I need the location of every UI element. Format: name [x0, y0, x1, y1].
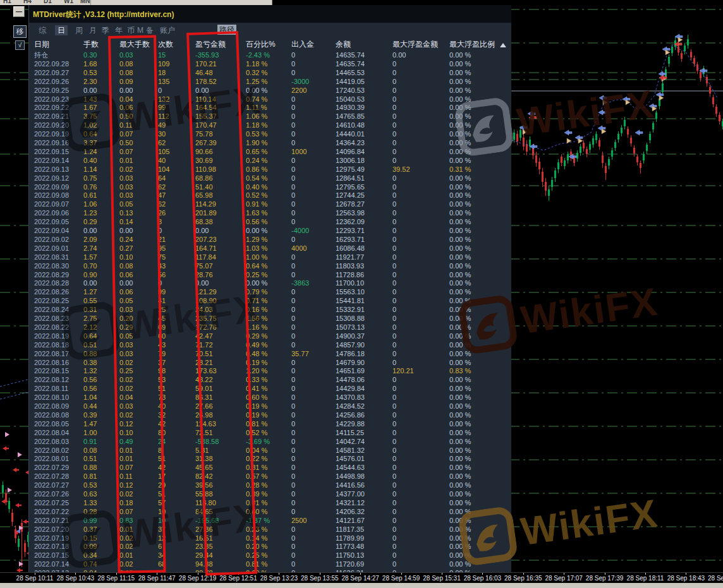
cell-7: 14364.23 [336, 138, 365, 147]
cell-7: 11720.69 [336, 560, 364, 568]
timeframe-button-h1[interactable]: H1 [3, 0, 11, 4]
cell-7: 14419.05 [336, 77, 365, 86]
table-row: 2022.07.220.280.071084.650.60 %014206.32… [29, 507, 511, 516]
cell-9: 0.00 % [449, 516, 471, 525]
cell-9: 0.00 % [449, 95, 471, 104]
cell-0: 2022.09.27 [34, 68, 69, 77]
timeframe-button-w1[interactable]: W1 [64, 0, 73, 4]
table-row: 2022.07.270.530.122939.560.28 %014416.56… [29, 481, 511, 489]
cell-8: 0 [392, 498, 396, 507]
candle-body [513, 133, 515, 140]
cell-9: 0.00 % [449, 226, 471, 235]
cell-6: 0 [291, 112, 295, 121]
cell-1: 0.81 [83, 472, 97, 481]
cell-9: 0.00 % [449, 375, 471, 384]
move-tool-button[interactable]: 移 [13, 25, 27, 38]
axis-label: 28 Sep 18:43 [667, 575, 705, 582]
table-row: 2022.08.041.000.108072.510.52 %014115.25… [29, 428, 511, 437]
timeframe-toolbar[interactable]: H1H4D1W1MN [0, 0, 272, 5]
candle-body [605, 166, 607, 173]
cell-7: 12293.71 [336, 226, 365, 235]
cell-0: 2022.09.07 [34, 200, 69, 208]
candle-body [8, 501, 10, 509]
menu-item-6[interactable]: 币 [127, 25, 135, 35]
cell-3: 135 [158, 77, 169, 86]
candle-body [535, 155, 537, 163]
candle-body [24, 543, 26, 552]
cell-8: 0 [392, 560, 396, 568]
cell-7: 14370.83 [336, 393, 365, 402]
cell-8: 0 [392, 279, 396, 287]
timeframe-button-mn[interactable]: MN [80, 0, 90, 4]
column-header-6: 出入金 [291, 39, 314, 50]
cell-8: 0 [392, 542, 396, 551]
timeframe-button-d1[interactable]: D1 [44, 0, 52, 4]
menu-item-3[interactable]: 月 [89, 25, 97, 35]
cell-1: 1.23 [83, 208, 97, 217]
check-tool-button[interactable]: √ [15, 40, 25, 50]
cell-1: 2.12 [83, 323, 97, 332]
cell-0: 2022.08.05 [34, 419, 69, 428]
menu-item-1[interactable]: 日 [55, 25, 68, 35]
cell-0: 2022.07.28 [34, 472, 69, 481]
table-row: 2022.09.201.020.1149170.471.18 %014610.4… [29, 121, 511, 129]
menu-item-4[interactable]: 季 [102, 25, 109, 35]
cell-7: 17240.53 [336, 86, 365, 95]
bottom-scrollbar-strip[interactable] [0, 583, 723, 588]
cell-6: 0 [291, 51, 295, 59]
dashed-level-line [0, 379, 30, 387]
cell-1: 1.67 [83, 103, 97, 112]
cell-9: 0.00 % [449, 200, 471, 208]
cell-1: 0.74 [83, 560, 97, 568]
cell-6: 0 [291, 287, 295, 296]
cell-1: 3.75 [83, 112, 97, 121]
menu-item-8[interactable]: 备 [146, 25, 154, 35]
cell-5: 0.53 % [246, 129, 267, 138]
cell-8: 0 [392, 332, 396, 340]
timeframe-button-h4[interactable]: H4 [23, 0, 32, 4]
cell-8: 0 [392, 77, 396, 86]
table-row: 2022.08.110.560.025159.010.41 %014429.84… [29, 384, 511, 393]
minimize-indicator-button[interactable]: — [13, 6, 25, 17]
cell-9: 0.00 % [449, 296, 471, 305]
candle-body [564, 160, 566, 166]
cell-1: 0.70 [83, 261, 97, 270]
candle-body [529, 140, 531, 147]
cell-9: 0.00 % [449, 208, 471, 217]
cell-6: 0 [291, 103, 295, 112]
table-row: 2022.09.120.750.036468.860.54 %012864.51… [29, 174, 511, 183]
cell-8: 0 [392, 375, 396, 384]
cell-6: 0 [291, 235, 295, 244]
menu-item-7[interactable]: M [137, 25, 143, 35]
buy-marker-icon [569, 154, 576, 159]
menu-item-0[interactable]: 综 [39, 25, 46, 35]
cell-9: 0.00 % [449, 112, 471, 121]
cell-1: 0.53 [83, 68, 97, 77]
cell-0: 持仓 [34, 51, 48, 59]
scroll-up-arrow-icon[interactable] [500, 43, 506, 47]
cell-8: 0 [392, 507, 396, 516]
axis-label: 28 Sep 16:35 [504, 575, 542, 582]
table-row: 2022.08.020.080.0185.310.04 %014581.3200… [29, 446, 511, 455]
buy-marker-icon [564, 130, 572, 135]
menu-item-9[interactable]: 账户 [160, 25, 175, 35]
candle-body [583, 143, 585, 148]
cell-1: 1.57 [83, 253, 97, 261]
moving-average-line [512, 44, 717, 150]
cell-7: 14377.00 [336, 489, 365, 498]
cell-9: 0.00 % [449, 349, 471, 358]
cell-1: 0.90 [83, 270, 97, 279]
cell-8: 0 [392, 208, 396, 217]
table-row: 2022.09.131.140.02104110.980.86 %012975.… [29, 165, 511, 174]
table-row: 2022.07.200.370.013727.360.23 %011817.35… [29, 525, 511, 534]
menu-item-5[interactable]: 年 [115, 25, 123, 35]
cell-7: 11789.99 [336, 534, 364, 543]
cell-7: 14498.98 [336, 472, 365, 481]
cell-6: 0 [291, 366, 295, 375]
cell-8: 0 [392, 358, 396, 367]
menu-item-2[interactable]: 周 [75, 25, 83, 35]
cell-1: 0.40 [83, 156, 97, 165]
candle-body [11, 513, 13, 522]
candle-body [598, 140, 600, 147]
cell-9: 0.00 % [449, 59, 471, 68]
